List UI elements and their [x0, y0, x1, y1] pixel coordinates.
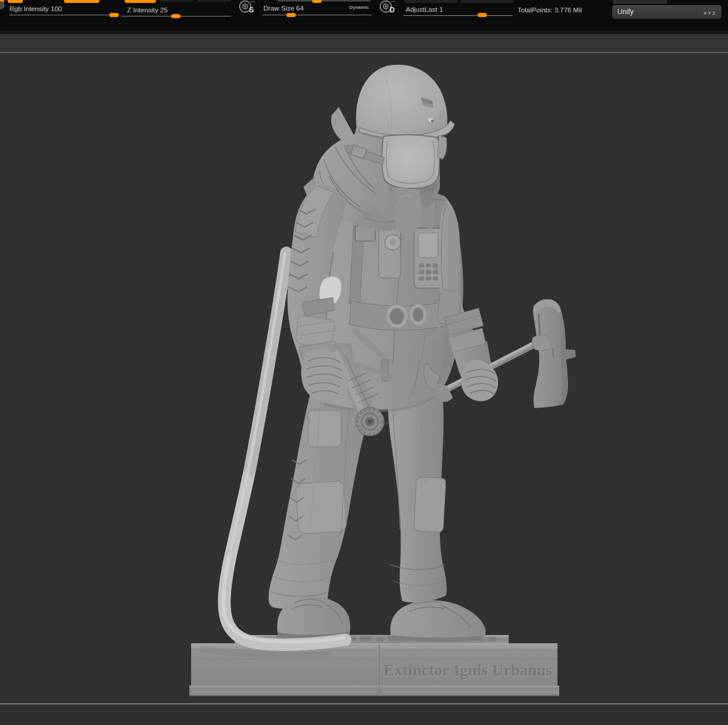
svg-text:S: S — [249, 6, 254, 14]
svg-text:Extinctor Ignis Urbanus: Extinctor Ignis Urbanus — [384, 661, 552, 679]
svg-text:D: D — [390, 6, 395, 14]
